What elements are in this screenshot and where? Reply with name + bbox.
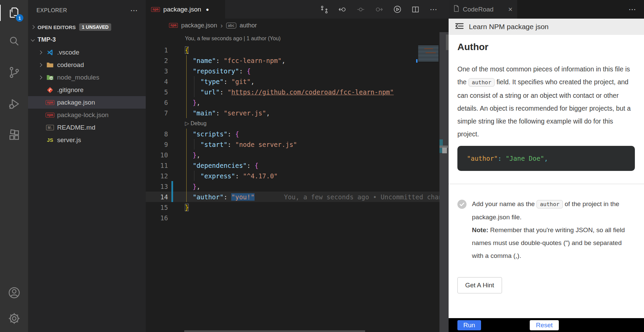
tree-item-label: package-lock.json	[57, 111, 109, 119]
code-line-8[interactable]: 8 "scripts": {	[146, 129, 439, 139]
gutter[interactable]: 9	[146, 139, 185, 150]
tab-package-json[interactable]: npm package.json ●	[146, 0, 225, 19]
editor-scrollbar-thumb[interactable]	[446, 35, 449, 50]
markdown-icon: M↓	[46, 124, 54, 131]
panel-more-icon[interactable]: ⋯	[628, 5, 637, 14]
gutter[interactable]: 7	[146, 108, 185, 118]
activity-explorer[interactable]: 1	[0, 0, 28, 26]
run-script-icon[interactable]	[392, 5, 402, 14]
code-line-7[interactable]: 7 "main": "server.js",	[146, 108, 439, 118]
gutter[interactable]: 6	[146, 97, 185, 108]
open-changes-icon[interactable]	[319, 5, 329, 14]
tab-coderoad[interactable]: CodeRoad ×	[449, 0, 517, 19]
code-line-2[interactable]: 2 "name": "fcc-learn-npm",	[146, 55, 439, 66]
gutter[interactable]: 14	[146, 192, 185, 202]
tutorial-title: Learn NPM package json	[469, 23, 549, 31]
tree-item-.vscode[interactable]: .vscode	[28, 46, 146, 59]
get-hint-button[interactable]: Get A Hint	[457, 277, 502, 293]
tree-item-.gitignore[interactable]: .gitignore	[28, 84, 146, 96]
tree-item-coderoad[interactable]: coderoad	[28, 59, 146, 71]
line-number: 6	[146, 99, 168, 106]
tree-item-README.md[interactable]: M↓README.md	[28, 121, 146, 134]
workspace-root[interactable]: TMP-3	[28, 33, 146, 46]
line-number: 9	[146, 141, 168, 148]
open-editors-section[interactable]: OPEN EDITORS 1 UNSAVED	[28, 21, 146, 33]
coderoad-panel: CodeRoad × ⋯ Learn NPM package json Auth…	[449, 0, 644, 332]
activity-settings[interactable]	[0, 306, 28, 332]
account-icon	[7, 286, 21, 301]
line-content: },	[185, 150, 439, 160]
gutter[interactable]: 15	[146, 202, 185, 213]
code-editor[interactable]: You, a few seconds ago | 1 author (You)1…	[146, 32, 449, 332]
gutter[interactable]: 8	[146, 129, 185, 139]
next-change-icon[interactable]	[374, 5, 384, 14]
activity-extensions[interactable]	[0, 120, 28, 152]
token: :	[235, 172, 243, 180]
code-line-5[interactable]: 5 "url": "https://github.com/coderoad/fc…	[146, 87, 439, 97]
nav-back-icon[interactable]	[338, 5, 347, 14]
tree-item-node_modules[interactable]: JSnode_modules	[28, 71, 146, 84]
gutter[interactable]: 12	[146, 171, 185, 181]
gutter[interactable]: 5	[146, 87, 185, 97]
gutter[interactable]: 11	[146, 160, 185, 171]
editor-scrollbar-track[interactable]	[439, 32, 449, 332]
tree-item-package-lock.json[interactable]: npmpackage-lock.json	[28, 109, 146, 121]
activity-run-debug[interactable]	[0, 89, 28, 120]
chevron-right-icon[interactable]	[38, 51, 43, 54]
close-icon[interactable]: ×	[508, 5, 512, 14]
chevron-right-icon[interactable]	[38, 64, 43, 66]
codelens[interactable]: You, a few seconds ago | 1 author (You)	[146, 32, 439, 45]
menu-back-icon[interactable]	[454, 22, 464, 32]
indent-guide	[194, 87, 194, 97]
code-line-11[interactable]: 11 "dependencies": {	[146, 160, 439, 171]
code-line-10[interactable]: 10 },	[146, 150, 439, 160]
prev-change-icon[interactable]	[356, 5, 365, 14]
gutter[interactable]: 16	[146, 213, 185, 223]
gutter[interactable]: 10	[146, 150, 185, 160]
code-line-6[interactable]: 6 },	[146, 97, 439, 108]
activity-source-control[interactable]	[0, 57, 28, 89]
line-number: 10	[146, 151, 168, 159]
code-line-3[interactable]: 3 "repository": {	[146, 66, 439, 76]
line-content	[185, 213, 439, 223]
codelens[interactable]: ▷ Debug	[146, 118, 439, 129]
gutter[interactable]: 2	[146, 55, 185, 66]
horizontal-scrollbar-thumb[interactable]	[184, 330, 365, 332]
code-line-16[interactable]: 16	[146, 213, 439, 223]
run-button[interactable]: Run	[457, 320, 481, 330]
panel-tab-label: CodeRoad	[463, 6, 494, 13]
code-line-15[interactable]: 15}	[146, 202, 439, 213]
tree-item-server.js[interactable]: JSserver.js	[28, 134, 146, 146]
explorer-more-icon[interactable]: ⋯	[130, 6, 138, 15]
text: Remember that you're writing JSON, so al…	[472, 226, 625, 259]
gutter[interactable]: 13	[146, 181, 185, 192]
tree-item-label: .gitignore	[57, 86, 84, 94]
workspace-root-label: TMP-3	[38, 36, 56, 43]
code-line-13[interactable]: 13 },	[146, 181, 439, 192]
tab-label: package.json	[163, 6, 201, 13]
chevron-right-icon[interactable]	[38, 76, 43, 79]
line-content: "type": "git",	[185, 76, 439, 87]
code-line-9[interactable]: 9 "start": "node server.js"	[146, 139, 439, 150]
unsaved-badge: 1 UNSAVED	[79, 23, 111, 31]
gutter[interactable]: 1	[146, 45, 185, 55]
activity-account[interactable]	[0, 281, 28, 306]
minimap[interactable]	[418, 46, 438, 61]
split-editor-icon[interactable]	[411, 5, 420, 14]
reset-button[interactable]: Reset	[530, 320, 559, 330]
breadcrumb-file[interactable]: package.json	[181, 22, 217, 29]
code-line-4[interactable]: 4 "type": "git",	[146, 76, 439, 87]
gutter[interactable]: 4	[146, 76, 185, 87]
breadcrumb-symbol[interactable]: author	[240, 22, 257, 29]
npm-file-icon: npm	[169, 23, 178, 28]
token: https://github.com/coderoad/fcc-learn-np…	[231, 88, 393, 96]
more-actions-icon[interactable]: ⋯	[429, 5, 438, 14]
token: :	[220, 88, 228, 96]
token: "dependencies"	[193, 162, 247, 169]
code-line-1[interactable]: 1{	[146, 45, 439, 55]
code-line-14[interactable]: 14 "author": "you!"You, a few seconds ag…	[146, 192, 439, 202]
gutter[interactable]: 3	[146, 66, 185, 76]
activity-search[interactable]	[0, 26, 28, 57]
tree-item-package.json[interactable]: npmpackage.json	[28, 96, 146, 109]
code-line-12[interactable]: 12 "express": "^4.17.0"	[146, 171, 439, 181]
